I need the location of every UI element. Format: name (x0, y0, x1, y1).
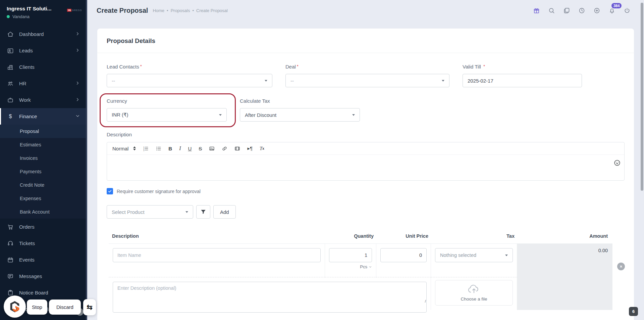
underline-button[interactable]: U (188, 146, 192, 151)
currency-select[interactable]: INR (₹) (107, 108, 227, 122)
chat-icon (7, 273, 14, 280)
filter-button[interactable] (196, 205, 210, 219)
rich-text-editor: Normal 123 B I U S ▸¶ Tx (107, 142, 625, 181)
sidebar-item-label: Work (19, 97, 31, 103)
calculate-tax-select[interactable]: After Discount (240, 108, 360, 122)
col-tax: Tax (431, 233, 517, 239)
plus-circle-icon[interactable] (593, 7, 600, 14)
quantity-input[interactable] (329, 248, 372, 262)
sidebar-subitem-credit-note[interactable]: Credit Note (0, 178, 87, 192)
svg-text:1: 1 (144, 146, 145, 148)
link-button[interactable] (222, 146, 227, 151)
sidebar-item-leads[interactable]: Leads (0, 42, 87, 59)
emoji-icon[interactable] (613, 159, 621, 168)
signature-checkbox-row: Require customer signature for approval (107, 188, 625, 194)
resize-handle[interactable]: // (425, 300, 425, 303)
people-icon (7, 80, 14, 87)
deal-value: -- (290, 78, 294, 84)
deal-field: Deal* -- (285, 64, 449, 87)
lead-contacts-label: Lead Contacts* (107, 64, 272, 70)
sidebar-subitem-proposal[interactable]: Proposal (0, 125, 87, 138)
bell-icon[interactable]: 384 (608, 7, 615, 14)
sidebar-item-finance[interactable]: $ Finance (0, 108, 87, 125)
remove-row-button[interactable]: × (617, 263, 625, 270)
power-icon[interactable] (624, 7, 631, 14)
search-icon[interactable] (548, 7, 555, 14)
hexagon-logo-icon (8, 300, 21, 313)
chevron-right-icon (75, 81, 80, 87)
col-unit-price: Unit Price (376, 233, 431, 239)
cloud-upload-icon (467, 284, 481, 294)
caret-down-icon (442, 80, 444, 82)
clock-icon[interactable] (578, 7, 585, 14)
chevron-down-icon (75, 113, 80, 120)
app-logo[interactable] (4, 295, 26, 318)
image-button[interactable] (209, 146, 215, 151)
format-dropdown[interactable]: Normal (112, 146, 136, 151)
sidebar-item-dashboard[interactable]: Dashboard (0, 26, 87, 42)
breadcrumb-home[interactable]: Home (153, 8, 164, 13)
quantity-cell: Pcs (325, 244, 376, 277)
sidebar-nav: Dashboard Leads Clients HR Work (0, 26, 87, 317)
headset-icon (7, 240, 14, 247)
item-row: Pcs Nothing selected (109, 243, 612, 310)
strikethrough-button[interactable]: S (199, 146, 202, 151)
proposal-form-card: Proposal Details Lead Contacts* -- Deal*… (97, 29, 634, 320)
sidebar-subitem-invoices[interactable]: Invoices (0, 151, 87, 165)
deal-select[interactable]: -- (285, 74, 449, 87)
ordered-list-button[interactable]: 123 (143, 146, 149, 151)
discard-button[interactable]: Discard (49, 300, 81, 315)
sidebar-item-events[interactable]: Events (0, 252, 87, 268)
breadcrumb-proposals[interactable]: Proposals (171, 8, 190, 13)
sidebar-item-label: Tickets (19, 240, 35, 246)
unit-value: Pcs (360, 264, 367, 269)
sidebar-item-work[interactable]: Work (0, 92, 87, 108)
online-status-dot (7, 15, 10, 18)
breadcrumb-current: Create Proposal (196, 8, 228, 13)
bullet-list-button[interactable] (156, 146, 161, 151)
sidebar-subitem-estimates[interactable]: Estimates (0, 138, 87, 151)
choose-file-button[interactable]: Choose a file (435, 280, 513, 306)
item-description-textarea[interactable] (113, 282, 427, 313)
editor-body[interactable] (107, 155, 624, 178)
lead-contacts-value: -- (112, 78, 115, 84)
sidebar-subitem-bank-account[interactable]: Bank Account (0, 205, 87, 219)
swap-arrows-button[interactable]: ⇆ (83, 299, 96, 315)
description-field: Description Normal 123 B I U S (107, 132, 625, 181)
valid-till-input[interactable] (468, 78, 577, 84)
sidebar-item-label: Leads (19, 48, 33, 53)
sidebar-item-messages[interactable]: Messages (0, 268, 87, 284)
dollar-icon: $ (7, 113, 14, 120)
unit-dropdown[interactable]: Pcs (360, 264, 372, 269)
stop-button[interactable]: Stop (27, 300, 47, 315)
clear-formatting-button[interactable]: Tx (260, 146, 264, 151)
unit-price-input[interactable] (380, 248, 427, 262)
add-product-button[interactable]: Add (213, 205, 236, 219)
select-product-dropdown[interactable]: Select Product (107, 205, 193, 219)
item-name-input[interactable] (113, 248, 321, 262)
extension-count-badge[interactable]: 6 (629, 307, 638, 316)
tax-select[interactable]: Nothing selected (435, 248, 513, 262)
sidebar-subitem-payments[interactable]: Payments (0, 165, 87, 178)
sidebar-item-label: HR (19, 81, 26, 86)
bold-button[interactable]: B (168, 146, 172, 151)
text-direction-button[interactable]: ▸¶ (247, 145, 253, 151)
sidebar-item-orders[interactable]: Orders (0, 219, 87, 235)
gift-icon[interactable] (533, 7, 540, 14)
col-quantity: Quantity (325, 233, 376, 239)
sidebar-item-clients[interactable]: Clients (0, 59, 87, 75)
video-button[interactable] (234, 146, 240, 151)
sidebar-item-tickets[interactable]: Tickets (0, 235, 87, 252)
notes-icon[interactable] (563, 7, 570, 14)
lead-contacts-select[interactable]: -- (107, 74, 272, 87)
item-name-cell (109, 244, 325, 277)
sidebar-subitem-expenses[interactable]: Expenses (0, 192, 87, 205)
currency-field: Currency INR (₹) (107, 98, 227, 122)
signature-checkbox[interactable] (107, 188, 113, 194)
italic-button[interactable]: I (179, 145, 181, 151)
sidebar: Ingress IT Soluti... Vandana INGRESS Das… (0, 0, 87, 320)
tax-value: Nothing selected (440, 253, 476, 258)
required-marker: * (297, 64, 299, 69)
sidebar-item-hr[interactable]: HR (0, 75, 87, 92)
page-scrollbar-thumb[interactable] (641, 3, 643, 191)
